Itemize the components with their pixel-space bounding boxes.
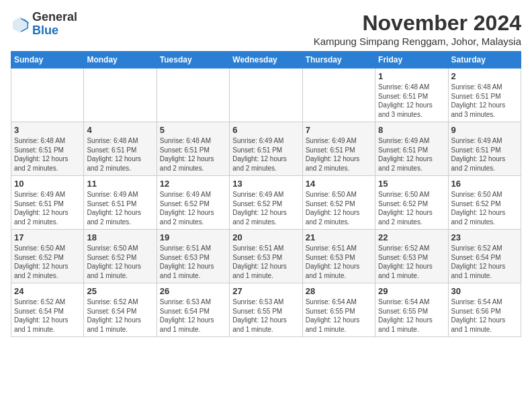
- day-number: 22: [378, 232, 445, 242]
- day-info: Sunrise: 6:48 AM Sunset: 6:51 PM Dayligh…: [160, 136, 226, 173]
- calendar-cell: 4Sunrise: 6:48 AM Sunset: 6:51 PM Daylig…: [84, 122, 157, 176]
- calendar-cell: 1Sunrise: 6:48 AM Sunset: 6:51 PM Daylig…: [375, 68, 448, 122]
- day-info: Sunrise: 6:54 AM Sunset: 6:55 PM Dayligh…: [306, 298, 372, 334]
- calendar-cell: 26Sunrise: 6:53 AM Sunset: 6:54 PM Dayli…: [157, 283, 229, 337]
- calendar-cell: 30Sunrise: 6:54 AM Sunset: 6:56 PM Dayli…: [448, 283, 521, 337]
- logo-general: General: [32, 10, 77, 24]
- title-block: November 2024 Kampung Simpang Renggam, J…: [314, 11, 521, 47]
- day-number: 7: [306, 125, 372, 135]
- calendar-cell: 6Sunrise: 6:49 AM Sunset: 6:51 PM Daylig…: [230, 122, 302, 176]
- calendar-cell: 29Sunrise: 6:54 AM Sunset: 6:55 PM Dayli…: [375, 283, 448, 337]
- day-info: Sunrise: 6:52 AM Sunset: 6:53 PM Dayligh…: [378, 244, 445, 280]
- calendar-cell: 20Sunrise: 6:51 AM Sunset: 6:53 PM Dayli…: [230, 230, 302, 283]
- calendar-week-2: 10Sunrise: 6:49 AM Sunset: 6:51 PM Dayli…: [11, 176, 521, 230]
- day-number: 24: [14, 286, 81, 296]
- day-number: 8: [378, 125, 445, 135]
- calendar-cell: 13Sunrise: 6:49 AM Sunset: 6:52 PM Dayli…: [230, 176, 302, 230]
- day-number: 5: [160, 125, 226, 135]
- calendar-cell: 2Sunrise: 6:48 AM Sunset: 6:51 PM Daylig…: [448, 68, 521, 122]
- calendar-week-1: 3Sunrise: 6:48 AM Sunset: 6:51 PM Daylig…: [11, 122, 521, 176]
- logo-text: General Blue: [32, 11, 77, 38]
- day-number: 2: [451, 71, 518, 81]
- calendar-cell: 18Sunrise: 6:50 AM Sunset: 6:52 PM Dayli…: [84, 230, 157, 283]
- calendar-cell: 14Sunrise: 6:50 AM Sunset: 6:52 PM Dayli…: [302, 176, 375, 230]
- day-info: Sunrise: 6:48 AM Sunset: 6:51 PM Dayligh…: [14, 136, 81, 173]
- svg-marker-0: [13, 17, 28, 33]
- calendar-week-0: 1Sunrise: 6:48 AM Sunset: 6:51 PM Daylig…: [11, 68, 521, 122]
- calendar-week-3: 17Sunrise: 6:50 AM Sunset: 6:52 PM Dayli…: [11, 230, 521, 283]
- day-info: Sunrise: 6:52 AM Sunset: 6:54 PM Dayligh…: [87, 298, 153, 334]
- day-number: 26: [160, 286, 226, 296]
- weekday-monday: Monday: [84, 52, 157, 68]
- day-info: Sunrise: 6:52 AM Sunset: 6:54 PM Dayligh…: [14, 298, 81, 334]
- calendar-cell: [84, 68, 157, 122]
- day-number: 23: [451, 232, 518, 242]
- day-number: 20: [232, 232, 299, 242]
- calendar-cell: 27Sunrise: 6:53 AM Sunset: 6:55 PM Dayli…: [230, 283, 302, 337]
- day-info: Sunrise: 6:49 AM Sunset: 6:51 PM Dayligh…: [306, 136, 372, 173]
- calendar-cell: 15Sunrise: 6:50 AM Sunset: 6:52 PM Dayli…: [375, 176, 448, 230]
- calendar-cell: [157, 68, 229, 122]
- logo-icon: [11, 15, 30, 34]
- day-info: Sunrise: 6:50 AM Sunset: 6:52 PM Dayligh…: [378, 190, 445, 226]
- day-number: 3: [14, 125, 81, 135]
- weekday-friday: Friday: [375, 52, 448, 68]
- day-number: 30: [451, 286, 518, 296]
- day-number: 29: [378, 286, 445, 296]
- day-info: Sunrise: 6:52 AM Sunset: 6:54 PM Dayligh…: [451, 244, 518, 280]
- day-number: 9: [451, 125, 518, 135]
- weekday-tuesday: Tuesday: [157, 52, 229, 68]
- day-info: Sunrise: 6:49 AM Sunset: 6:52 PM Dayligh…: [160, 190, 226, 226]
- calendar-cell: 12Sunrise: 6:49 AM Sunset: 6:52 PM Dayli…: [157, 176, 229, 230]
- calendar: SundayMondayTuesdayWednesdayThursdayFrid…: [11, 51, 521, 337]
- day-info: Sunrise: 6:51 AM Sunset: 6:53 PM Dayligh…: [160, 244, 226, 280]
- calendar-cell: 21Sunrise: 6:51 AM Sunset: 6:53 PM Dayli…: [302, 230, 375, 283]
- day-number: 27: [232, 286, 299, 296]
- day-number: 28: [306, 286, 372, 296]
- day-number: 6: [232, 125, 299, 135]
- day-info: Sunrise: 6:54 AM Sunset: 6:55 PM Dayligh…: [378, 298, 445, 334]
- day-number: 14: [306, 179, 372, 189]
- day-info: Sunrise: 6:54 AM Sunset: 6:56 PM Dayligh…: [451, 298, 518, 334]
- weekday-sunday: Sunday: [11, 52, 84, 68]
- day-info: Sunrise: 6:50 AM Sunset: 6:52 PM Dayligh…: [14, 244, 81, 280]
- day-number: 12: [160, 179, 226, 189]
- day-number: 19: [160, 232, 226, 242]
- calendar-cell: [302, 68, 375, 122]
- day-info: Sunrise: 6:48 AM Sunset: 6:51 PM Dayligh…: [451, 83, 518, 119]
- weekday-header-row: SundayMondayTuesdayWednesdayThursdayFrid…: [11, 52, 521, 68]
- weekday-thursday: Thursday: [302, 52, 375, 68]
- calendar-week-4: 24Sunrise: 6:52 AM Sunset: 6:54 PM Dayli…: [11, 283, 521, 337]
- calendar-cell: 24Sunrise: 6:52 AM Sunset: 6:54 PM Dayli…: [11, 283, 84, 337]
- day-number: 10: [14, 179, 81, 189]
- logo-blue: Blue: [32, 24, 58, 37]
- day-info: Sunrise: 6:53 AM Sunset: 6:54 PM Dayligh…: [160, 298, 226, 334]
- page-header: General Blue November 2024 Kampung Simpa…: [11, 11, 521, 47]
- day-info: Sunrise: 6:49 AM Sunset: 6:51 PM Dayligh…: [87, 190, 153, 226]
- calendar-cell: 23Sunrise: 6:52 AM Sunset: 6:54 PM Dayli…: [448, 230, 521, 283]
- weekday-wednesday: Wednesday: [230, 52, 302, 68]
- calendar-cell: 5Sunrise: 6:48 AM Sunset: 6:51 PM Daylig…: [157, 122, 229, 176]
- day-info: Sunrise: 6:53 AM Sunset: 6:55 PM Dayligh…: [232, 298, 299, 334]
- day-number: 16: [451, 179, 518, 189]
- day-info: Sunrise: 6:49 AM Sunset: 6:51 PM Dayligh…: [451, 136, 518, 173]
- calendar-cell: 22Sunrise: 6:52 AM Sunset: 6:53 PM Dayli…: [375, 230, 448, 283]
- calendar-cell: 28Sunrise: 6:54 AM Sunset: 6:55 PM Dayli…: [302, 283, 375, 337]
- calendar-cell: 16Sunrise: 6:50 AM Sunset: 6:52 PM Dayli…: [448, 176, 521, 230]
- day-info: Sunrise: 6:50 AM Sunset: 6:52 PM Dayligh…: [87, 244, 153, 280]
- day-info: Sunrise: 6:51 AM Sunset: 6:53 PM Dayligh…: [232, 244, 299, 280]
- calendar-cell: 3Sunrise: 6:48 AM Sunset: 6:51 PM Daylig…: [11, 122, 84, 176]
- calendar-cell: 9Sunrise: 6:49 AM Sunset: 6:51 PM Daylig…: [448, 122, 521, 176]
- day-number: 11: [87, 179, 153, 189]
- day-number: 17: [14, 232, 81, 242]
- day-number: 15: [378, 179, 445, 189]
- day-number: 4: [87, 125, 153, 135]
- calendar-body: 1Sunrise: 6:48 AM Sunset: 6:51 PM Daylig…: [11, 68, 521, 337]
- day-number: 25: [87, 286, 153, 296]
- day-info: Sunrise: 6:50 AM Sunset: 6:52 PM Dayligh…: [451, 190, 518, 226]
- month-title: November 2024: [314, 11, 521, 36]
- day-info: Sunrise: 6:49 AM Sunset: 6:51 PM Dayligh…: [378, 136, 445, 173]
- calendar-cell: 25Sunrise: 6:52 AM Sunset: 6:54 PM Dayli…: [84, 283, 157, 337]
- day-info: Sunrise: 6:50 AM Sunset: 6:52 PM Dayligh…: [306, 190, 372, 226]
- calendar-cell: 7Sunrise: 6:49 AM Sunset: 6:51 PM Daylig…: [302, 122, 375, 176]
